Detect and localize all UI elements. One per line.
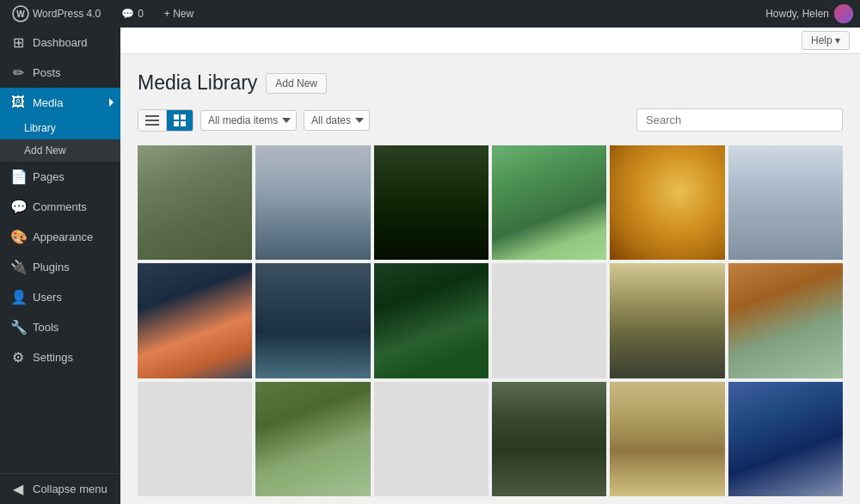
svg-rect-6 xyxy=(181,114,186,120)
media-grid-item[interactable] xyxy=(728,145,843,260)
media-grid-item[interactable] xyxy=(492,263,606,378)
sidebar-label-tools: Tools xyxy=(33,321,58,334)
admin-bar: W WordPress 4.0 💬 0 + New Howdy, Helen xyxy=(0,0,860,28)
sidebar-item-plugins[interactable]: 🔌 Plugins xyxy=(0,252,120,282)
sidebar-item-collapse[interactable]: ◀ Collapse menu xyxy=(0,474,120,504)
page-title: Media Library xyxy=(138,71,257,95)
sidebar-item-add-new[interactable]: Add New xyxy=(0,139,120,162)
media-grid-item[interactable] xyxy=(138,263,252,378)
toolbar-right xyxy=(636,108,843,132)
wp-logo[interactable]: W WordPress 4.0 xyxy=(7,0,106,28)
help-bar: Help ▾ xyxy=(120,28,860,54)
media-submenu: Library Add New xyxy=(0,117,120,162)
users-icon: 👤 xyxy=(10,289,26,305)
svg-rect-2 xyxy=(145,115,159,117)
avatar[interactable] xyxy=(834,4,853,23)
media-icon: 🖼 xyxy=(10,95,26,110)
pages-icon: 📄 xyxy=(10,169,26,185)
svg-rect-3 xyxy=(145,120,159,121)
sidebar-label-users: Users xyxy=(33,291,62,304)
add-new-label: Add New xyxy=(24,144,66,157)
new-content-item[interactable]: + New xyxy=(159,0,199,28)
comments-icon: 💬 xyxy=(10,199,26,215)
comments-bar-item[interactable]: 💬 0 xyxy=(116,0,149,28)
media-grid-item[interactable] xyxy=(255,382,370,496)
collapse-icon: ◀ xyxy=(10,481,26,497)
sidebar-item-tools[interactable]: 🔧 Tools xyxy=(0,312,120,342)
library-label: Library xyxy=(24,122,56,134)
sidebar: ⊞ Dashboard ✏ Posts 🖼 Media Library Add … xyxy=(0,28,120,504)
sidebar-label-comments: Comments xyxy=(33,200,87,213)
media-toolbar: All media items Images Audio Video All d… xyxy=(138,108,843,132)
media-grid-item[interactable] xyxy=(374,263,488,378)
help-button[interactable]: Help ▾ xyxy=(802,31,850,50)
toolbar-left: All media items Images Audio Video All d… xyxy=(138,109,630,132)
tools-icon: 🔧 xyxy=(10,319,26,335)
media-grid-item[interactable] xyxy=(728,382,843,496)
collapse-label: Collapse menu xyxy=(33,482,108,495)
sidebar-item-appearance[interactable]: 🎨 Appearance xyxy=(0,222,120,252)
posts-icon: ✏ xyxy=(10,65,26,81)
svg-rect-4 xyxy=(145,124,159,126)
sidebar-item-settings[interactable]: ⚙ Settings xyxy=(0,342,120,372)
site-title: WordPress 4.0 xyxy=(33,8,101,20)
media-arrow xyxy=(109,98,114,107)
media-grid-item[interactable] xyxy=(374,145,488,260)
add-new-button[interactable]: Add New xyxy=(266,73,327,94)
page-title-row: Media Library Add New xyxy=(138,71,843,95)
settings-icon: ⚙ xyxy=(10,349,26,366)
sidebar-item-dashboard[interactable]: ⊞ Dashboard xyxy=(0,28,120,58)
grid-view-button[interactable] xyxy=(167,110,193,131)
media-grid-item[interactable] xyxy=(138,145,252,260)
media-grid-item[interactable] xyxy=(610,382,724,496)
media-grid-item[interactable] xyxy=(728,263,843,378)
svg-rect-5 xyxy=(174,114,179,120)
media-type-filter[interactable]: All media items Images Audio Video xyxy=(200,110,297,131)
sidebar-item-pages[interactable]: 📄 Pages xyxy=(0,162,120,192)
sidebar-label-pages: Pages xyxy=(33,170,64,183)
sidebar-item-users[interactable]: 👤 Users xyxy=(0,282,120,312)
sidebar-item-posts[interactable]: ✏ Posts xyxy=(0,58,120,88)
content-area: Help ▾ Media Library Add New xyxy=(120,28,860,504)
dashboard-icon: ⊞ xyxy=(10,34,26,51)
media-grid-item[interactable] xyxy=(610,145,724,260)
view-toggle xyxy=(138,109,194,132)
media-grid-item[interactable] xyxy=(255,263,370,378)
svg-rect-8 xyxy=(181,121,186,126)
sidebar-label-settings: Settings xyxy=(33,351,73,364)
sidebar-label-posts: Posts xyxy=(33,66,61,79)
search-input[interactable] xyxy=(636,108,843,132)
media-grid-item[interactable] xyxy=(492,145,606,260)
sidebar-label-plugins: Plugins xyxy=(33,261,70,274)
media-grid xyxy=(138,145,843,496)
media-grid-item[interactable] xyxy=(138,382,252,496)
media-grid-item[interactable] xyxy=(492,382,606,496)
page-content: Media Library Add New xyxy=(120,54,860,504)
new-label: + New xyxy=(164,8,194,20)
sidebar-label-dashboard: Dashboard xyxy=(33,36,88,49)
comment-icon: 💬 xyxy=(121,8,134,20)
media-grid-item[interactable] xyxy=(255,145,370,260)
sidebar-item-library[interactable]: Library xyxy=(0,117,120,139)
list-view-button[interactable] xyxy=(138,110,167,131)
media-grid-item[interactable] xyxy=(374,382,488,496)
appearance-icon: 🎨 xyxy=(10,229,26,245)
comment-count: 0 xyxy=(138,8,144,20)
sidebar-label-media: Media xyxy=(33,96,63,109)
plugins-icon: 🔌 xyxy=(10,259,26,275)
sidebar-item-comments[interactable]: 💬 Comments xyxy=(0,192,120,222)
sidebar-label-appearance: Appearance xyxy=(33,230,93,243)
svg-rect-7 xyxy=(174,121,179,126)
howdy-text: Howdy, Helen xyxy=(765,4,853,23)
svg-text:W: W xyxy=(16,9,25,19)
sidebar-item-media[interactable]: 🖼 Media xyxy=(0,88,120,117)
media-grid-item[interactable] xyxy=(610,263,724,378)
date-filter[interactable]: All dates xyxy=(304,110,370,131)
